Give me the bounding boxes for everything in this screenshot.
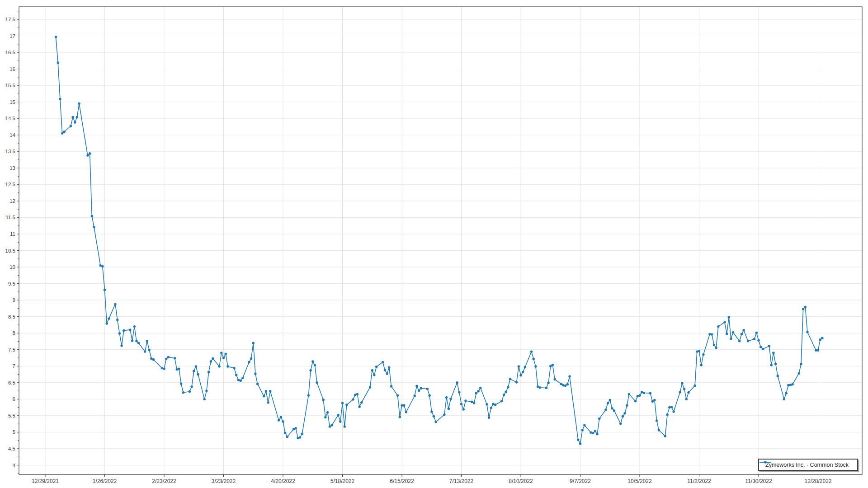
data-point[interactable]	[163, 367, 165, 370]
data-point[interactable]	[696, 350, 698, 352]
data-point[interactable]	[137, 342, 140, 344]
data-point[interactable]	[61, 132, 63, 134]
data-point[interactable]	[239, 380, 241, 382]
data-point[interactable]	[263, 395, 265, 397]
data-point[interactable]	[418, 389, 420, 392]
data-point[interactable]	[86, 154, 89, 156]
data-point[interactable]	[316, 381, 318, 384]
data-point[interactable]	[768, 345, 770, 347]
data-point[interactable]	[433, 415, 435, 418]
data-point[interactable]	[539, 386, 541, 389]
data-point[interactable]	[135, 340, 137, 342]
data-point[interactable]	[547, 382, 549, 384]
data-point[interactable]	[679, 391, 681, 393]
data-point[interactable]	[681, 382, 683, 385]
data-point[interactable]	[146, 340, 148, 342]
data-point[interactable]	[254, 372, 256, 375]
data-point[interactable]	[220, 352, 222, 354]
data-point[interactable]	[174, 357, 176, 359]
data-point[interactable]	[579, 442, 581, 445]
data-points[interactable]	[55, 36, 824, 445]
data-point[interactable]	[741, 333, 743, 335]
data-point[interactable]	[329, 425, 331, 427]
data-point[interactable]	[611, 407, 613, 409]
data-point[interactable]	[74, 121, 76, 123]
data-point[interactable]	[552, 364, 554, 366]
data-point[interactable]	[577, 439, 579, 441]
data-point[interactable]	[490, 407, 492, 409]
data-point[interactable]	[129, 328, 131, 331]
data-point[interactable]	[99, 264, 101, 267]
data-point[interactable]	[430, 410, 433, 413]
data-point[interactable]	[549, 365, 552, 367]
data-point[interactable]	[564, 385, 566, 387]
data-point[interactable]	[301, 432, 303, 435]
data-point[interactable]	[507, 386, 509, 388]
data-point[interactable]	[280, 416, 282, 418]
data-point[interactable]	[133, 325, 136, 328]
data-point[interactable]	[252, 342, 255, 344]
data-point[interactable]	[560, 383, 562, 385]
data-point[interactable]	[488, 417, 490, 419]
data-point[interactable]	[222, 357, 225, 359]
data-point[interactable]	[93, 226, 95, 228]
data-point[interactable]	[341, 402, 344, 404]
data-point[interactable]	[609, 399, 611, 401]
data-point[interactable]	[165, 358, 167, 360]
data-point[interactable]	[791, 383, 793, 385]
data-point[interactable]	[144, 350, 146, 352]
data-point[interactable]	[711, 333, 713, 335]
data-point[interactable]	[723, 321, 726, 323]
data-point[interactable]	[358, 406, 360, 408]
data-point[interactable]	[448, 408, 450, 410]
data-point[interactable]	[70, 125, 72, 127]
data-point[interactable]	[356, 393, 359, 395]
data-point[interactable]	[533, 358, 535, 360]
data-point[interactable]	[738, 340, 741, 342]
data-point[interactable]	[683, 388, 685, 390]
data-point[interactable]	[161, 367, 163, 369]
stock-line-chart-canvas[interactable]: 44.555.566.577.588.599.51010.51111.51212…	[0, 0, 868, 488]
data-point[interactable]	[267, 401, 269, 404]
data-point[interactable]	[208, 371, 210, 373]
data-point[interactable]	[106, 322, 108, 324]
data-point[interactable]	[371, 369, 373, 371]
data-point[interactable]	[309, 369, 311, 371]
data-point[interactable]	[515, 381, 518, 383]
data-point[interactable]	[167, 356, 170, 358]
data-point[interactable]	[598, 418, 600, 420]
data-point[interactable]	[403, 404, 405, 407]
data-point[interactable]	[783, 398, 785, 400]
data-point[interactable]	[256, 383, 259, 385]
data-point[interactable]	[337, 414, 339, 416]
data-point[interactable]	[545, 387, 547, 389]
data-point[interactable]	[802, 308, 804, 310]
data-point[interactable]	[486, 403, 488, 405]
data-point[interactable]	[250, 357, 252, 360]
data-point[interactable]	[101, 265, 104, 267]
data-point[interactable]	[668, 406, 670, 408]
data-point[interactable]	[91, 215, 93, 217]
data-point[interactable]	[702, 353, 704, 356]
data-point[interactable]	[428, 394, 430, 397]
data-point[interactable]	[518, 365, 520, 367]
data-point[interactable]	[753, 338, 755, 340]
data-point[interactable]	[715, 347, 717, 349]
data-point[interactable]	[415, 385, 418, 387]
data-point[interactable]	[798, 372, 800, 375]
data-point[interactable]	[607, 402, 609, 404]
data-point[interactable]	[57, 61, 59, 64]
data-point[interactable]	[286, 436, 288, 438]
data-point[interactable]	[71, 116, 74, 118]
data-point[interactable]	[89, 152, 91, 155]
data-point[interactable]	[212, 357, 214, 360]
data-point[interactable]	[622, 415, 624, 418]
data-point[interactable]	[458, 391, 460, 393]
data-point[interactable]	[311, 360, 314, 362]
data-point[interactable]	[218, 365, 220, 367]
data-point[interactable]	[568, 375, 571, 377]
data-point[interactable]	[815, 349, 817, 352]
data-point[interactable]	[628, 393, 630, 395]
data-point[interactable]	[503, 394, 505, 396]
data-point[interactable]	[656, 419, 658, 422]
